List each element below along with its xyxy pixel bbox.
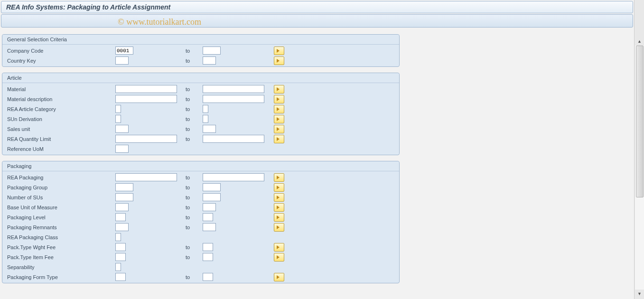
- reference-uom[interactable]: [115, 145, 129, 153]
- rea-article-cat-from[interactable]: [115, 105, 121, 113]
- scroll-thumb[interactable]: [636, 46, 644, 197]
- to-label: to: [186, 136, 203, 142]
- multi-select-button[interactable]: [274, 173, 284, 182]
- material-from[interactable]: [115, 85, 177, 93]
- multi-select-button[interactable]: [274, 135, 284, 143]
- multi-select-button[interactable]: [274, 203, 284, 212]
- vertical-scrollbar[interactable]: ▲ ▼: [634, 0, 644, 299]
- row-packaging-form: Packaging Form Type to: [2, 272, 399, 282]
- multi-select-button[interactable]: [274, 125, 284, 133]
- pack-type-wght-from[interactable]: [115, 243, 126, 251]
- row-number-of-sus: Number of SUs to: [2, 192, 399, 202]
- pack-type-wght-to[interactable]: [203, 243, 213, 251]
- group-title-general: General Selection Criteria: [2, 35, 399, 45]
- label-base-uom: Base Unit of Measure: [7, 205, 115, 210]
- row-reference-uom: Reference UoM: [2, 144, 399, 154]
- sales-unit-to[interactable]: [203, 125, 216, 133]
- multi-select-button[interactable]: [274, 253, 284, 262]
- label-pack-type-wght: Pack.Type Wght Fee: [7, 244, 115, 250]
- multi-select-button[interactable]: [274, 213, 284, 222]
- to-label: to: [186, 106, 203, 112]
- material-desc-from[interactable]: [115, 95, 177, 103]
- base-uom-from[interactable]: [115, 203, 129, 211]
- base-uom-to[interactable]: [203, 203, 216, 211]
- multi-select-button[interactable]: [274, 223, 284, 232]
- multi-select-button[interactable]: [274, 85, 284, 93]
- rea-qty-limit-to[interactable]: [203, 135, 264, 143]
- company-code-from[interactable]: [115, 47, 133, 55]
- to-label: to: [186, 86, 203, 92]
- multi-select-button[interactable]: [274, 47, 284, 55]
- toolbar: [1, 14, 633, 28]
- group-packaging: Packaging REA Packaging to Packaging Gro…: [2, 161, 400, 283]
- multi-select-button[interactable]: [274, 273, 284, 281]
- row-rea-packaging: REA Packaging to: [2, 172, 399, 182]
- row-material-desc: Material description to: [2, 94, 399, 104]
- packaging-group-to[interactable]: [203, 183, 221, 191]
- packaging-remn-from[interactable]: [115, 223, 129, 231]
- multi-select-button[interactable]: [274, 56, 284, 65]
- country-key-from[interactable]: [115, 56, 129, 65]
- rea-pack-class[interactable]: [115, 233, 121, 241]
- multi-select-button[interactable]: [274, 193, 284, 202]
- rea-packaging-to[interactable]: [203, 173, 264, 181]
- row-packaging-remn: Packaging Remnants to: [2, 222, 399, 232]
- title-bar: REA Info Systems: Packaging to Article A…: [1, 1, 633, 13]
- pack-type-item-from[interactable]: [115, 253, 126, 261]
- multi-select-button[interactable]: [274, 95, 284, 103]
- row-rea-article-cat: REA Article Category to: [2, 104, 399, 114]
- group-title-packaging: Packaging: [2, 161, 399, 171]
- row-separability: Separability: [2, 262, 399, 272]
- number-of-sus-from[interactable]: [115, 193, 133, 201]
- row-sun-derivation: SUn Derivation to: [2, 114, 399, 124]
- row-rea-qty-limit: REA Quantity Limit to: [2, 134, 399, 144]
- to-label: to: [186, 205, 203, 210]
- content-area: General Selection Criteria Company Code …: [0, 28, 634, 291]
- to-label: to: [186, 224, 203, 230]
- label-rea-packaging: REA Packaging: [7, 175, 115, 180]
- rea-qty-limit-from[interactable]: [115, 135, 177, 143]
- label-pack-type-item: Pack.Type Item Fee: [7, 254, 115, 260]
- group-general: General Selection Criteria Company Code …: [2, 34, 400, 67]
- multi-select-button[interactable]: [274, 183, 284, 192]
- packaging-form-to[interactable]: [203, 273, 213, 281]
- label-packaging-remn: Packaging Remnants: [7, 224, 115, 230]
- separability[interactable]: [115, 263, 121, 271]
- row-pack-type-wght: Pack.Type Wght Fee to: [2, 242, 399, 252]
- to-label: to: [186, 58, 203, 64]
- rea-article-cat-to[interactable]: [203, 105, 208, 113]
- group-title-article: Article: [2, 73, 399, 83]
- to-label: to: [186, 126, 203, 132]
- company-code-to[interactable]: [203, 47, 221, 55]
- to-label: to: [186, 96, 203, 102]
- rea-packaging-from[interactable]: [115, 173, 177, 181]
- packaging-group-from[interactable]: [115, 183, 133, 191]
- packaging-remn-to[interactable]: [203, 223, 216, 231]
- to-label: to: [186, 254, 203, 260]
- multi-select-button[interactable]: [274, 243, 284, 252]
- scroll-track[interactable]: [635, 46, 644, 290]
- group-article: Article Material to Material description…: [2, 73, 400, 155]
- number-of-sus-to[interactable]: [203, 193, 221, 201]
- label-rea-pack-class: REA Packaging Class: [7, 234, 115, 240]
- multi-select-button[interactable]: [274, 105, 284, 113]
- row-material: Material to: [2, 84, 399, 94]
- label-material: Material: [7, 86, 115, 92]
- sun-derivation-from[interactable]: [115, 115, 121, 123]
- row-company-code: Company Code to: [2, 46, 399, 56]
- sun-derivation-to[interactable]: [203, 115, 208, 123]
- multi-select-button[interactable]: [274, 115, 284, 123]
- packaging-form-from[interactable]: [115, 273, 126, 281]
- scroll-down-arrow-icon[interactable]: ▼: [635, 290, 644, 298]
- packaging-level-to[interactable]: [203, 213, 213, 221]
- country-key-to[interactable]: [203, 56, 216, 65]
- packaging-level-from[interactable]: [115, 213, 126, 221]
- row-base-uom: Base Unit of Measure to: [2, 202, 399, 212]
- pack-type-item-to[interactable]: [203, 253, 213, 261]
- label-reference-uom: Reference UoM: [7, 146, 115, 152]
- scroll-up-arrow-icon[interactable]: ▲: [635, 37, 644, 46]
- material-desc-to[interactable]: [203, 95, 264, 103]
- material-to[interactable]: [203, 85, 264, 93]
- to-label: to: [186, 175, 203, 180]
- sales-unit-from[interactable]: [115, 125, 129, 133]
